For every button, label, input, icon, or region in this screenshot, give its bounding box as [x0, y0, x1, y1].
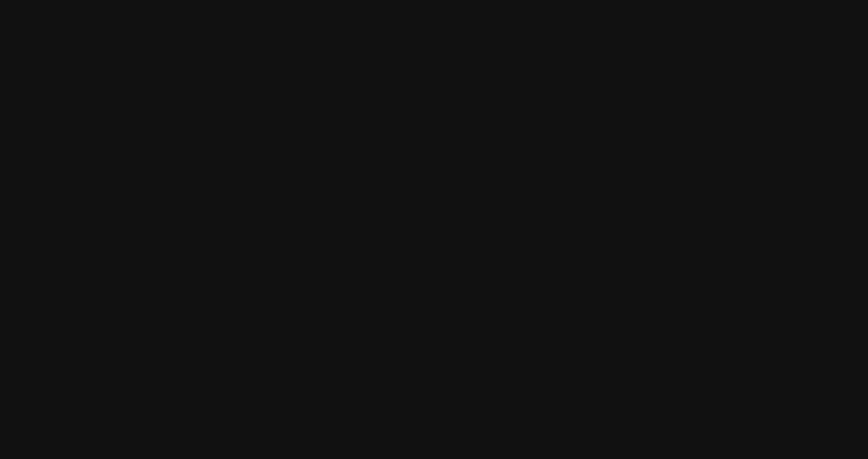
code-editor[interactable] [0, 0, 522, 459]
screen [0, 0, 868, 459]
